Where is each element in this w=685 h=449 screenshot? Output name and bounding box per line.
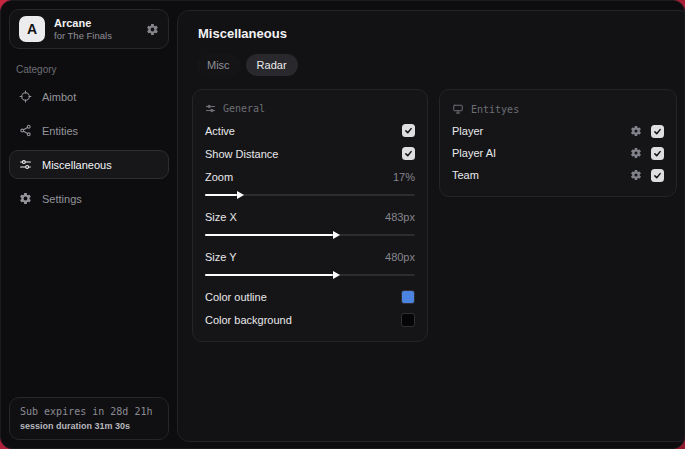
general-panel: General Active Show Distance Z (192, 89, 428, 342)
color-label: Color background (205, 314, 292, 326)
size-y-slider[interactable] (205, 269, 415, 280)
tab-bar: Misc Radar (196, 54, 677, 76)
main-content: Miscellaneous Misc Radar General Active (177, 10, 685, 442)
entity-row-team: Team (452, 164, 664, 186)
sidebar-item-label: Miscellaneous (42, 159, 112, 171)
sidebar-item-aimbot[interactable]: Aimbot (9, 82, 169, 111)
check-icon (653, 149, 662, 158)
toggle-row-show-distance: Show Distance (205, 142, 415, 165)
check-icon (653, 171, 662, 180)
color-label: Color outline (205, 291, 267, 303)
panels-row: General Active Show Distance Z (192, 89, 677, 342)
slider-label-row: Zoom 17% (205, 165, 415, 188)
entity-label: Player AI (452, 147, 630, 159)
entities-icon (19, 124, 32, 137)
general-panel-title: General (223, 103, 265, 114)
sidebar-item-label: Aimbot (42, 91, 76, 103)
color-background-row: Color background (205, 308, 415, 331)
slider-thumb[interactable] (205, 194, 237, 196)
gear-icon[interactable] (630, 169, 642, 181)
gear-icon[interactable] (146, 23, 159, 36)
entities-panel-title: Entityes (471, 104, 519, 115)
slider-label: Size Y (205, 251, 237, 263)
slider-label-row: Size Y 480px (205, 245, 415, 268)
sliders-icon (19, 158, 32, 171)
gear-icon (19, 192, 32, 205)
slider-thumb[interactable] (205, 274, 333, 276)
tab-misc[interactable]: Misc (196, 54, 241, 76)
entity-row-player-ai: Player AI (452, 142, 664, 164)
toggle-label: Active (205, 125, 235, 137)
brand-avatar: A (19, 16, 45, 42)
entity-label: Player (452, 125, 630, 137)
subscription-expiry: Sub expires in 28d 21h (20, 406, 158, 417)
zoom-slider[interactable] (205, 189, 415, 200)
zoom-slider-group: Zoom 17% (205, 165, 415, 200)
team-checkbox[interactable] (651, 169, 664, 182)
player-ai-checkbox[interactable] (651, 147, 664, 160)
player-checkbox[interactable] (651, 125, 664, 138)
show-distance-checkbox[interactable] (402, 147, 415, 160)
sidebar-item-label: Settings (42, 193, 82, 205)
sidebar-item-entities[interactable]: Entities (9, 116, 169, 145)
category-label: Category (16, 64, 162, 75)
check-icon (653, 127, 662, 136)
app-window: A Arcane for The Finals Category Aimbot (0, 0, 685, 449)
slider-label-row: Size X 483px (205, 205, 415, 228)
sidebar-item-miscellaneous[interactable]: Miscellaneous (9, 150, 169, 179)
active-checkbox[interactable] (402, 124, 415, 137)
brand-subtitle: for The Finals (54, 30, 112, 41)
slider-value: 483px (385, 211, 415, 223)
brand-name: Arcane (54, 17, 112, 29)
session-duration: session duration 31m 30s (20, 421, 158, 431)
monitor-icon (452, 103, 464, 115)
entity-row-player: Player (452, 120, 664, 142)
brand-card: A Arcane for The Finals (9, 9, 169, 49)
crosshair-icon (19, 90, 32, 103)
entities-panel-header: Entityes (452, 103, 664, 115)
gear-icon[interactable] (630, 125, 642, 137)
gear-icon[interactable] (630, 147, 642, 159)
slider-label: Size X (205, 211, 237, 223)
subscription-card: Sub expires in 28d 21h session duration … (9, 397, 169, 440)
size-y-slider-group: Size Y 480px (205, 245, 415, 280)
brand-texts: Arcane for The Finals (54, 17, 112, 41)
page-title: Miscellaneous (198, 26, 677, 41)
entities-panel: Entityes Player Player AI (439, 89, 677, 197)
sidebar-item-label: Entities (42, 125, 78, 137)
color-background-swatch[interactable] (401, 313, 415, 327)
sidebar-nav: Aimbot Entities Miscellaneous Settings (9, 82, 169, 213)
toggle-row-active: Active (205, 119, 415, 142)
sliders-icon (205, 103, 216, 114)
check-icon (404, 126, 413, 135)
color-outline-swatch[interactable] (401, 290, 415, 304)
slider-value: 480px (385, 251, 415, 263)
size-x-slider[interactable] (205, 229, 415, 240)
check-icon (404, 149, 413, 158)
slider-value: 17% (393, 171, 415, 183)
slider-label: Zoom (205, 171, 233, 183)
entity-label: Team (452, 169, 630, 181)
color-outline-row: Color outline (205, 285, 415, 308)
slider-thumb[interactable] (205, 234, 333, 236)
toggle-label: Show Distance (205, 148, 278, 160)
size-x-slider-group: Size X 483px (205, 205, 415, 240)
sidebar-item-settings[interactable]: Settings (9, 184, 169, 213)
tab-radar[interactable]: Radar (246, 54, 298, 76)
general-panel-header: General (205, 103, 415, 114)
sidebar: A Arcane for The Finals Category Aimbot (1, 1, 177, 448)
